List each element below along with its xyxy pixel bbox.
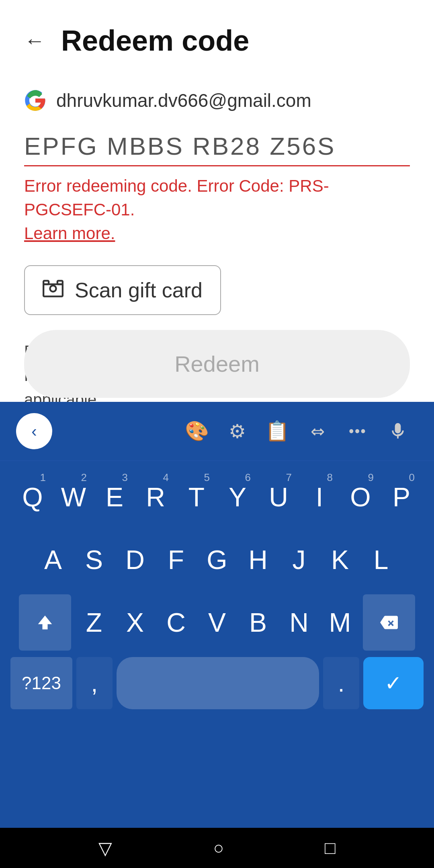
backspace-key[interactable] [363,594,415,651]
key-A[interactable]: A [35,532,71,588]
key-N[interactable]: N [281,594,317,651]
key-Z[interactable]: Z [76,594,112,651]
svg-point-2 [50,286,56,292]
error-text: Error redeeming code. Error Code: PRS-PG… [24,176,329,219]
nav-bar: ▽ ○ □ [0,828,434,868]
key-G[interactable]: G [199,532,235,588]
account-row: dhruvkumar.dv666@gmail.com [24,89,410,112]
nav-back-button[interactable]: ▽ [98,838,112,858]
period-key[interactable]: . [323,657,359,709]
keyboard-more-button[interactable]: ••• [338,415,378,447]
num-key[interactable]: ?123 [10,657,72,709]
keyboard-cursor-button[interactable]: ⇔ [297,415,338,447]
error-message: Error redeeming code. Error Code: PRS-PG… [24,174,410,245]
space-key[interactable] [117,657,319,709]
redeem-button-area: Redeem [0,330,434,398]
key-O[interactable]: 9O [342,469,379,525]
scan-gift-card-label: Scan gift card [75,278,203,302]
key-J[interactable]: J [281,532,317,588]
account-email: dhruvkumar.dv666@gmail.com [56,90,311,111]
keyboard-row-3: Z X C V B N M [4,594,430,651]
key-W[interactable]: 2W [55,469,92,525]
nav-recent-button[interactable]: □ [325,838,336,858]
key-C[interactable]: C [158,594,194,651]
key-D[interactable]: D [117,532,153,588]
code-input[interactable] [24,132,410,166]
keyboard-clipboard-button[interactable]: 📋 [257,415,297,447]
keyboard-settings-button[interactable]: ⚙ [217,415,257,447]
key-T[interactable]: 5T [178,469,215,525]
keyboard-back-button[interactable]: ‹ [16,413,52,449]
key-U[interactable]: 7U [260,469,297,525]
key-R[interactable]: 4R [137,469,174,525]
key-M[interactable]: M [322,594,358,651]
key-Y[interactable]: 6Y [219,469,256,525]
comma-key[interactable]: , [76,657,113,709]
keyboard-row-2: A S D F G H J K L [4,532,430,588]
scan-gift-card-button[interactable]: Scan gift card [24,265,221,315]
key-B[interactable]: B [240,594,276,651]
learn-more-link[interactable]: Learn more. [24,224,115,243]
key-K[interactable]: K [322,532,358,588]
key-S[interactable]: S [76,532,112,588]
keyboard-palette-button[interactable]: 🎨 [177,415,217,447]
key-I[interactable]: 8I [301,469,338,525]
camera-icon [43,277,63,303]
page-title: Redeem code [61,24,249,57]
keyboard-row-1: 1Q 2W 3E 4R 5T 6Y 7U 8I 9O 0P [4,469,430,525]
back-button[interactable]: ← [24,30,45,51]
keyboard-toolbar: ‹ 🎨 ⚙ 📋 ⇔ ••• [0,402,434,461]
key-V[interactable]: V [199,594,235,651]
keyboard-mic-button[interactable] [378,415,418,447]
key-L[interactable]: L [363,532,399,588]
key-H[interactable]: H [240,532,276,588]
key-F[interactable]: F [158,532,194,588]
key-Q[interactable]: 1Q [14,469,51,525]
shift-key[interactable] [19,594,71,651]
nav-home-button[interactable]: ○ [213,838,224,858]
code-input-container [24,132,410,166]
key-P[interactable]: 0P [383,469,420,525]
keyboard-bottom-row: ?123 , . ✓ [4,657,430,709]
page-header: ← Redeem code [24,24,410,57]
enter-key[interactable]: ✓ [363,657,424,709]
google-logo-icon [24,89,47,112]
keyboard: ‹ 🎨 ⚙ 📋 ⇔ ••• 1Q 2W 3E 4R 5T 6Y 7U 8I 9O… [0,402,434,828]
key-E[interactable]: 3E [96,469,133,525]
redeem-button[interactable]: Redeem [24,330,410,398]
key-X[interactable]: X [117,594,153,651]
